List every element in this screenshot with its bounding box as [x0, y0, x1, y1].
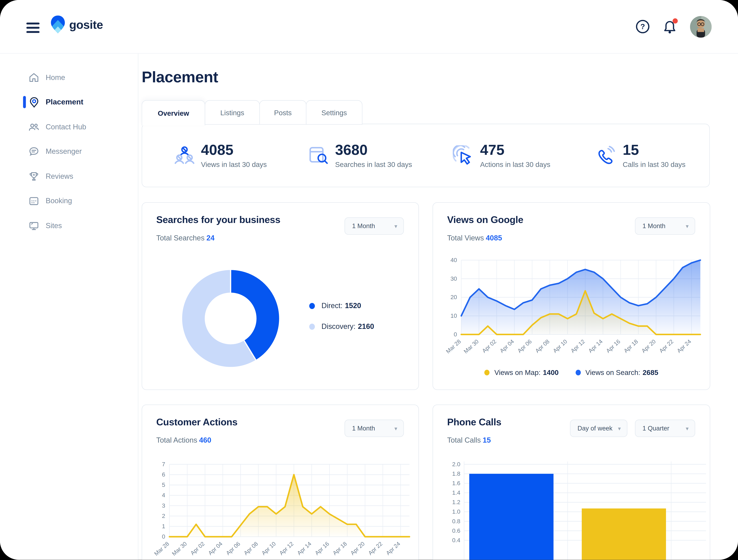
svg-text:0: 0 [454, 331, 457, 338]
svg-text:Apr 08: Apr 08 [243, 540, 259, 556]
hamburger-menu-icon[interactable] [26, 20, 39, 33]
monitor-icon [28, 220, 40, 231]
tab-settings[interactable]: Settings [306, 100, 362, 125]
card-customer-actions: Customer Actions Total Actions460 1 Mont… [142, 405, 419, 560]
svg-text:7: 7 [162, 461, 165, 467]
svg-text:Apr 20: Apr 20 [640, 338, 657, 354]
svg-text:6: 6 [162, 471, 165, 478]
listing-search-icon [308, 145, 329, 166]
stat-label: Views in last 30 days [201, 160, 267, 168]
svg-text:Mar 28: Mar 28 [153, 540, 170, 557]
views-legend: Views on Map:1400 Views on Search:2685 [433, 368, 710, 376]
stat-searches: 3680Searches in last 30 days [308, 124, 412, 187]
sidebar-item-sites[interactable]: Sites [0, 216, 138, 236]
svg-text:Apr 02: Apr 02 [189, 540, 206, 556]
svg-text:40: 40 [450, 257, 457, 263]
svg-text:1.6: 1.6 [452, 480, 460, 486]
svg-text:0.4: 0.4 [452, 537, 460, 543]
sidebar-nav: Home Placement Contact Hub Messenger Rev… [0, 53, 138, 560]
card-views-on-google: Views on Google Total Views4085 1 Month▾… [432, 202, 710, 390]
chevron-down-icon: ▾ [618, 425, 621, 432]
period-select[interactable]: 1 Month▾ [345, 420, 404, 437]
svg-text:1: 1 [162, 523, 165, 529]
chevron-down-icon: ▾ [686, 223, 689, 229]
sidebar-item-placement[interactable]: Placement [0, 92, 138, 112]
stat-calls: 15Calls in last 30 days [596, 124, 686, 187]
trophy-icon [28, 171, 40, 182]
quarter-select[interactable]: 1 Quarter▾ [635, 420, 695, 437]
card-title: Phone Calls [447, 416, 501, 428]
period-select[interactable]: 1 Month▾ [635, 217, 695, 235]
svg-text:1.2: 1.2 [452, 499, 460, 505]
svg-text:Apr 14: Apr 14 [296, 540, 312, 556]
svg-text:Apr 02: Apr 02 [481, 338, 497, 354]
svg-text:2: 2 [162, 513, 165, 519]
svg-text:3: 3 [162, 502, 165, 509]
sidebar-item-contact-hub[interactable]: Contact Hub [0, 117, 138, 137]
stat-value: 4085 [201, 143, 267, 158]
chevron-down-icon: ▾ [394, 425, 397, 432]
tab-overview[interactable]: Overview [142, 100, 205, 126]
user-avatar[interactable] [690, 16, 712, 37]
users-icon [28, 121, 40, 133]
svg-text:1.0: 1.0 [452, 508, 460, 515]
svg-text:Mar 30: Mar 30 [171, 540, 188, 557]
actions-area-chart: 01234567Mar 28Mar 30Apr 02Apr 04Apr 06Ap… [153, 456, 415, 560]
help-icon[interactable]: ? [635, 19, 650, 34]
legend-dot-direct [309, 303, 315, 309]
app-window: gosite ? [0, 0, 738, 560]
card-title: Views on Google [447, 214, 523, 225]
period-select[interactable]: 1 Month▾ [345, 217, 404, 235]
day-of-week-select[interactable]: Day of week▾ [570, 420, 627, 437]
total-actions: Total Actions460 [156, 436, 211, 445]
svg-text:0: 0 [162, 533, 165, 540]
page-title: Placement [142, 68, 218, 86]
bell-icon[interactable] [663, 19, 677, 34]
svg-text:Apr 10: Apr 10 [260, 540, 277, 556]
svg-text:2.0: 2.0 [452, 461, 460, 467]
searches-donut-chart [179, 267, 282, 370]
cursor-click-icon [453, 145, 474, 166]
total-calls: Total Calls15 [447, 436, 491, 445]
legend-dot-search [576, 370, 581, 375]
sidebar-item-home[interactable]: Home [0, 68, 138, 87]
chat-icon [28, 146, 40, 157]
map-pin-icon [28, 96, 40, 108]
tab-listings[interactable]: Listings [205, 100, 260, 125]
top-bar: gosite ? [0, 0, 738, 54]
svg-text:Apr 20: Apr 20 [349, 540, 366, 556]
total-views: Total Views4085 [447, 234, 502, 242]
svg-text:4: 4 [162, 492, 165, 498]
sidebar-item-booking[interactable]: Booking [0, 191, 138, 211]
legend-dot-map [484, 370, 490, 375]
svg-text:Apr 24: Apr 24 [676, 338, 692, 354]
svg-text:Apr 16: Apr 16 [605, 338, 622, 354]
svg-text:Apr 14: Apr 14 [587, 338, 604, 354]
stat-value: 15 [623, 143, 685, 158]
stat-label: Searches in last 30 days [335, 160, 412, 168]
svg-text:Apr 22: Apr 22 [658, 338, 675, 354]
svg-text:Apr 16: Apr 16 [314, 540, 330, 556]
chevron-down-icon: ▾ [686, 425, 689, 432]
svg-text:Mar 28: Mar 28 [445, 338, 462, 355]
svg-text:Apr 10: Apr 10 [552, 338, 568, 354]
svg-text:5: 5 [162, 482, 165, 488]
card-title: Customer Actions [156, 416, 238, 428]
svg-text:Apr 08: Apr 08 [534, 338, 551, 354]
stat-label: Actions in last 30 days [480, 160, 550, 168]
svg-text:Apr 18: Apr 18 [331, 540, 348, 556]
stat-views: 4085Views in last 30 days [174, 124, 267, 187]
phone-ring-icon [596, 145, 617, 166]
card-searches-for-business: Searches for your business Total Searche… [142, 202, 419, 390]
brand-logo[interactable]: gosite [51, 15, 103, 33]
card-title: Searches for your business [156, 214, 280, 225]
sidebar-item-reviews[interactable]: Reviews [0, 167, 138, 186]
svg-text:Apr 06: Apr 06 [516, 338, 533, 354]
calendar-icon [28, 195, 40, 206]
tab-posts[interactable]: Posts [259, 100, 307, 125]
svg-text:Apr 12: Apr 12 [570, 338, 586, 354]
sidebar-item-messenger[interactable]: Messenger [0, 142, 138, 161]
svg-text:Apr 04: Apr 04 [207, 540, 224, 556]
brand-name: gosite [69, 18, 103, 31]
stats-summary-panel: 4085Views in last 30 days 3680Searches i… [142, 124, 710, 187]
